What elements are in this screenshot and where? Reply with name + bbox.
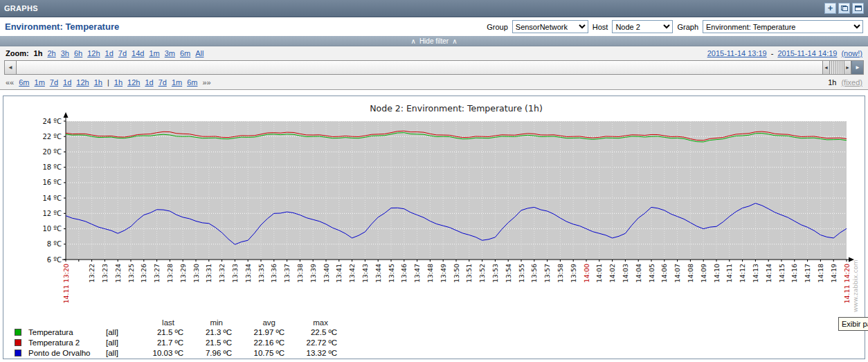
zoom-link-3h[interactable]: 3h	[61, 49, 69, 57]
thumb-right-handle[interactable]: ►	[844, 61, 851, 74]
zoom-link-2h[interactable]: 2h	[47, 49, 55, 57]
thumb-left-handle[interactable]: ◄	[822, 61, 830, 74]
zoom-link-6h[interactable]: 6h	[74, 49, 82, 57]
y-tick-label: 16 ºC	[42, 179, 62, 186]
x-tick-label: 14:11	[725, 264, 733, 282]
x-tick-label: 14:14	[765, 264, 772, 282]
graph-canvas[interactable]: Node 2: Environment: Temperature (1h)24 …	[8, 99, 863, 315]
x-tick-label: 13:49	[440, 264, 447, 282]
nav-fwd-12h[interactable]: 12h	[127, 78, 140, 87]
x-tick-label: 13:29	[179, 264, 187, 282]
zoom-link-12h[interactable]: 12h	[87, 49, 100, 57]
now-link[interactable]: (now!)	[841, 49, 862, 57]
graph-panel: Node 2: Environment: Temperature (1h)24 …	[3, 96, 865, 359]
x-tick-label: 14:07	[673, 264, 681, 282]
legend-series-name: Ponto de Orvalho	[28, 348, 106, 359]
x-tick-label: 14:04	[635, 264, 642, 282]
x-tick-label: 13:51	[465, 264, 473, 282]
nav-back-1h[interactable]: 1h	[94, 78, 102, 87]
x-tick-label: 13:47	[413, 264, 421, 282]
x-tick-label: 13:28	[166, 264, 174, 282]
zoom-link-1d[interactable]: 1d	[105, 49, 114, 57]
nav-prev-button[interactable]: ««	[6, 78, 14, 87]
date-from-link[interactable]: 2015-11-14 13:19	[707, 49, 767, 57]
zoom-link-7d[interactable]: 7d	[118, 49, 127, 57]
legend-series-name: Temperatura 2	[28, 338, 106, 348]
x-tick-label: 14:10	[713, 264, 721, 282]
nav-back-1m[interactable]: 1m	[35, 78, 45, 87]
y-tick-label: 20 ºC	[42, 148, 62, 156]
x-tick-label: 14.11 13:20	[62, 264, 70, 304]
y-tick-label: 18 ºC	[42, 163, 62, 171]
favourites-add-button[interactable]: +	[824, 3, 836, 14]
x-tick-label: 13:44	[374, 264, 382, 282]
legend-series-scope: [all]	[106, 348, 136, 359]
arrow-left-icon: ◄	[824, 65, 829, 70]
thumb-grip[interactable]	[830, 61, 844, 74]
hide-filter-toggle[interactable]: ∧ Hide filter ∧	[0, 36, 868, 46]
nav-back-6m[interactable]: 6m	[19, 78, 29, 87]
zoom-link-3m[interactable]: 3m	[165, 49, 175, 57]
group-select[interactable]: SensorNetwork	[512, 20, 588, 33]
nav-fwd-1d[interactable]: 1d	[145, 78, 153, 87]
time-scrollbar-thumb[interactable]: ◄ ►	[822, 61, 851, 74]
chevron-up-icon: ∧	[411, 37, 416, 45]
x-tick-label: 14:08	[687, 264, 694, 282]
nav-fwd-1h[interactable]: 1h	[114, 78, 123, 87]
fixed-toggle-link[interactable]: (fixed)	[841, 78, 862, 87]
title-bar: GRAPHS +	[0, 0, 868, 17]
x-tick-label: 13:25	[127, 264, 135, 282]
legend-value: 22.16 ºC	[233, 338, 286, 348]
nav-fwd-1m[interactable]: 1m	[172, 78, 182, 87]
fullscreen-button[interactable]	[852, 3, 864, 14]
y-tick-label: 24 ºC	[42, 118, 62, 125]
time-scrollbar-track[interactable]: ◄ ◄ ► ►	[4, 60, 864, 75]
x-tick-label: 14:17	[804, 264, 811, 282]
scrollbar-left-arrow[interactable]: ◄	[5, 61, 17, 74]
page-header-title: GRAPHS	[4, 4, 38, 12]
graph-select[interactable]: Environment: Temperature	[703, 20, 863, 33]
window-mode-button[interactable]	[838, 3, 850, 14]
zoom-link-1m[interactable]: 1m	[149, 49, 159, 57]
legend-value: 7.96 ºC	[185, 348, 233, 359]
x-tick-label: 14:16	[790, 264, 798, 282]
scroll-row: ◄ ◄ ► ►	[0, 59, 868, 76]
titlebar-actions: +	[824, 3, 864, 14]
nav-back-1d[interactable]: 1d	[63, 78, 71, 87]
y-tick-label: 8 ºC	[47, 240, 62, 248]
legend-header-min: min	[185, 318, 233, 327]
hide-filter-label: Hide filter	[419, 37, 449, 45]
date-to-link[interactable]: 2015-11-14 14:19	[777, 49, 837, 57]
x-tick-label: 13:30	[192, 264, 200, 282]
graph-legend: last min avg max Temperatura [all] 21.5 …	[15, 318, 865, 359]
zoom-link-all[interactable]: All	[195, 49, 204, 57]
tooltip-text: Exibir pa	[842, 320, 868, 328]
zoom-link-14d[interactable]: 14d	[132, 49, 144, 57]
x-tick-label: 14:05	[648, 264, 655, 282]
legend-value: 21.3 ºC	[185, 327, 233, 338]
date-separator: -	[771, 49, 774, 57]
x-tick-label: 14:06	[660, 264, 668, 282]
arrow-left-icon: ◄	[8, 64, 13, 71]
x-tick-label: 13:39	[309, 264, 317, 282]
nav-next-button[interactable]: »»	[202, 78, 210, 87]
nav-back-12h[interactable]: 12h	[76, 78, 89, 87]
host-select[interactable]: Node 2	[612, 20, 673, 33]
zoom-link-6m[interactable]: 6m	[180, 49, 190, 57]
zoom-row: Zoom: 1h 2h 3h 6h 12h 1d 7d 14d 1m 3m 6m…	[0, 46, 868, 59]
x-tick-label: 13:27	[153, 264, 161, 282]
legend-value: 21.97 ºC	[233, 327, 286, 338]
watermark-text: www.zabbix.com	[852, 260, 859, 312]
nav-fwd-7d[interactable]: 7d	[159, 78, 167, 87]
y-tick-label: 22 ºC	[42, 133, 62, 141]
nav-back-7d[interactable]: 7d	[50, 78, 58, 87]
nav-fwd-6m[interactable]: 6m	[187, 78, 197, 87]
x-tick-label: 13:38	[296, 264, 304, 282]
legend-value: 22.72 ºC	[286, 338, 338, 348]
x-tick-label: 13:34	[244, 264, 252, 282]
x-tick-label: 13:24	[114, 264, 122, 282]
arrow-right-icon: ►	[855, 64, 860, 71]
x-tick-label: 13:46	[400, 264, 408, 282]
scrollbar-right-arrow[interactable]: ►	[851, 61, 863, 74]
x-tick-label: 13:37	[283, 264, 291, 282]
